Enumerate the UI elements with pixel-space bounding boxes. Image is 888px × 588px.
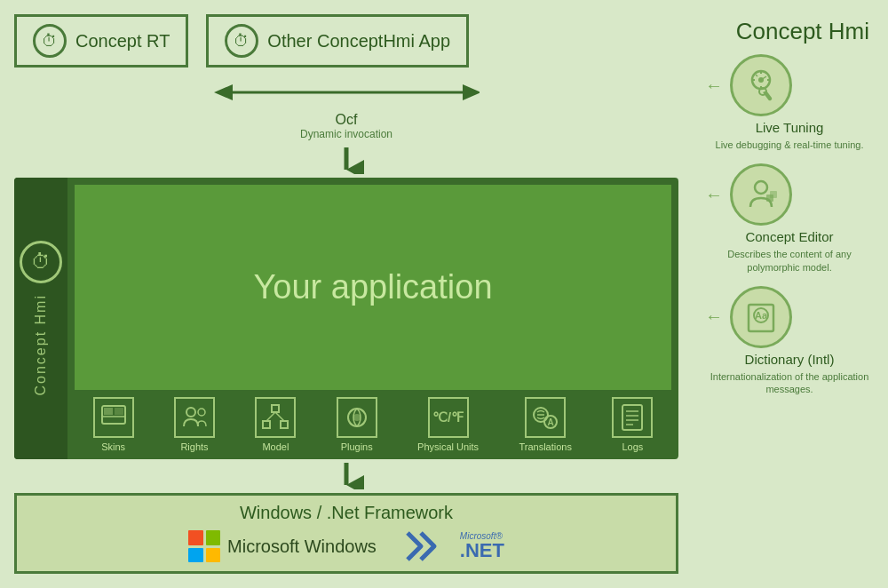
top-row: ⏱ Concept RT ⏱ Other ConceptHmi App — [14, 14, 678, 68]
win-cell-red — [188, 530, 203, 545]
svg-rect-10 — [281, 421, 288, 428]
rights-label: Rights — [180, 441, 208, 452]
svg-point-14 — [353, 414, 361, 421]
live-tuning-desc: Live debugging & real-time tuning. — [716, 139, 864, 151]
svg-line-11 — [266, 412, 275, 421]
dictionary-circle: Aa — [730, 286, 792, 348]
win-cell-yellow — [206, 548, 221, 563]
svg-line-29 — [756, 75, 757, 76]
physical-units-item: ℃/℉ Physical Units — [417, 397, 479, 452]
translations-label: Translations — [519, 441, 572, 452]
live-tuning-name: Live Tuning — [756, 120, 824, 135]
translations-icon: A — [525, 397, 566, 438]
net-text-area: Microsoft® .NET — [460, 532, 504, 560]
skins-item: Skins — [93, 397, 134, 452]
your-application-box: Your application — [75, 185, 671, 390]
svg-rect-18 — [622, 405, 642, 430]
windows-grid-icon — [188, 530, 220, 562]
concept-editor-feature: ← Concept Editor Describes the content o… — [705, 163, 874, 274]
dictionary-name: Dictionary (Intl) — [745, 352, 835, 367]
svg-line-12 — [275, 412, 284, 421]
physical-units-label: Physical Units — [417, 441, 479, 452]
main-green-box: ⏱ Concept Hmi Your application — [14, 178, 678, 459]
ocf-label: Ocf — [336, 112, 358, 128]
net-logo: Microsoft® .NET — [403, 528, 504, 564]
ocf-arrows — [213, 75, 480, 110]
svg-rect-35 — [770, 191, 777, 198]
sidebar-speedometer-icon: ⏱ — [20, 241, 62, 283]
concept-editor-name: Concept Editor — [745, 229, 833, 244]
concept-rt-label: Concept RT — [75, 31, 170, 52]
svg-text:A: A — [548, 417, 554, 427]
net-dotnet-label: .NET — [460, 541, 504, 560]
left-area: ⏱ Concept RT ⏱ Other ConceptHmi App — [14, 14, 696, 574]
svg-rect-3 — [104, 408, 113, 415]
concept-editor-circle — [730, 163, 792, 226]
skins-label: Skins — [101, 441, 125, 452]
svg-point-33 — [755, 181, 767, 194]
bottom-framework-box: Windows / .Net Framework Microsoft Windo… — [14, 493, 678, 574]
rights-icon — [174, 397, 215, 438]
logs-label: Logs — [622, 441, 643, 452]
dictionary-desc: Internationalization of the application … — [705, 370, 874, 396]
svg-text:Aa: Aa — [755, 310, 768, 321]
model-icon — [255, 397, 296, 438]
plugins-label: Plugins — [341, 441, 373, 452]
ms-windows-logo: Microsoft Windows — [188, 530, 377, 562]
framework-title: Windows / .Net Framework — [240, 503, 453, 523]
model-item: Model — [255, 397, 296, 452]
other-concept-hmi-label: Other ConceptHmi App — [267, 31, 450, 52]
logs-item: Logs — [612, 397, 653, 452]
concept-hmi-sidebar: ⏱ Concept Hmi — [14, 178, 67, 459]
ocf-sublabel: Dynamic invocation — [300, 128, 392, 140]
your-application-text: Your application — [253, 268, 492, 306]
left-arrow-dictionary: ← — [705, 306, 723, 327]
svg-point-7 — [198, 409, 205, 416]
live-tuning-circle — [730, 54, 792, 116]
svg-rect-9 — [263, 421, 270, 428]
left-arrow-live-tuning: ← — [705, 75, 723, 96]
physical-units-icon: ℃/℉ — [428, 397, 469, 438]
inner-content: Your application Skins — [67, 178, 678, 459]
right-panel: Concept Hmi ← — [696, 14, 874, 574]
concept-rt-icon: ⏱ — [33, 24, 67, 58]
live-tuning-feature: ← — [705, 54, 874, 151]
logs-icon — [612, 397, 653, 438]
ms-windows-text: Microsoft Windows — [227, 536, 377, 557]
bottom-logos: Microsoft Windows Microsoft® .NET — [188, 528, 504, 564]
win-cell-green — [206, 530, 221, 545]
dictionary-feature: ← Aa Dictionary (Intl) Internationalizat… — [705, 286, 874, 396]
left-arrow-concept-editor: ← — [705, 185, 723, 205]
svg-point-6 — [186, 408, 195, 417]
icons-row: Skins Rights — [67, 390, 678, 459]
concept-hmi-sidebar-label: Concept Hmi — [33, 294, 49, 395]
skins-icon — [93, 397, 134, 438]
rights-item: Rights — [174, 397, 215, 452]
win-cell-blue — [188, 548, 203, 563]
concept-rt-box: ⏱ Concept RT — [14, 14, 188, 68]
svg-rect-4 — [115, 408, 123, 415]
plugins-icon — [337, 397, 377, 438]
translations-item: A Translations — [519, 397, 572, 452]
plugins-item: Plugins — [337, 397, 377, 452]
arrow-out-main — [14, 463, 678, 489]
model-label: Model — [262, 441, 289, 452]
right-panel-title: Concept Hmi — [705, 14, 874, 45]
concept-editor-desc: Describes the content of any polymorphic… — [705, 248, 874, 274]
svg-rect-8 — [272, 405, 279, 412]
net-chevrons — [403, 528, 456, 564]
other-concept-hmi-box: ⏱ Other ConceptHmi App — [206, 14, 469, 68]
arrow-into-main — [14, 147, 678, 174]
other-concept-hmi-icon: ⏱ — [225, 24, 258, 58]
features-list: ← — [705, 54, 874, 395]
ocf-area: Ocf Dynamic invocation — [14, 75, 678, 140]
